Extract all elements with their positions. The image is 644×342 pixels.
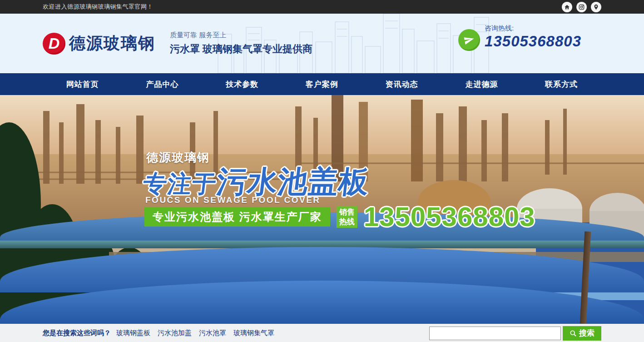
keyword-link-1[interactable]: 玻璃钢盖板 [116, 329, 150, 337]
sales-badge-line1: 销售 [339, 207, 355, 217]
location-icon[interactable] [591, 2, 601, 12]
hero-banner: 德源玻璃钢 专注于污水池盖板 FOUCS ON SEWAGE POOL COVE… [0, 95, 644, 324]
banner-tagline-row: 专业污水池盖板 污水罩生产厂家 销售 热线 13505368803 [144, 202, 535, 231]
topbar-social-icons [562, 2, 601, 12]
logo-text: 德源玻璃钢 [69, 32, 155, 55]
sales-badge-line2: 热线 [339, 217, 355, 226]
banner-headline-prefix: 专注于 [142, 171, 218, 197]
welcome-text: 欢迎进入德源玻璃钢玻璃钢集气罩官网！ [43, 3, 153, 11]
nav-item-news[interactable]: 资讯动态 [362, 73, 442, 95]
nav-item-about[interactable]: 走进德源 [442, 73, 522, 95]
hotline-number: 13505368803 [485, 33, 581, 50]
nav-item-cases[interactable]: 客户案例 [282, 73, 362, 95]
sales-hotline-badge: 销售 热线 [337, 206, 357, 228]
paper-plane-icon [458, 29, 480, 51]
nav-item-products[interactable]: 产品中心 [123, 73, 203, 95]
sales-hotline-number: 13505368803 [364, 203, 535, 231]
banner-tagline-button[interactable]: 专业污水池盖板 污水罩生产厂家 [144, 207, 330, 226]
logo-mark-icon: D [43, 33, 65, 55]
header-hotline: 咨询热线: 13505368803 [458, 25, 581, 51]
search-button[interactable]: 搜索 [563, 326, 601, 341]
hotline-label: 咨询热线: [485, 25, 581, 32]
hot-search-bar: 您是在搜索这些词吗？ 玻璃钢盖板 污水池加盖 污水池罩 玻璃钢集气罩 搜索 [0, 324, 644, 342]
site-header: D 德源玻璃钢 质量可靠 服务至上 污水罩 玻璃钢集气罩专业提供商 咨询热线: … [0, 14, 644, 73]
logo[interactable]: D 德源玻璃钢 [43, 32, 155, 55]
keyword-link-3[interactable]: 污水池罩 [199, 329, 226, 337]
nav-item-home[interactable]: 网站首页 [43, 73, 123, 95]
slogan-main: 污水罩 玻璃钢集气罩专业提供商 [170, 42, 312, 56]
search-prompt: 您是在搜索这些词吗？ [43, 329, 111, 337]
slogan-small: 质量可靠 服务至上 [170, 31, 312, 40]
keyword-link-4[interactable]: 玻璃钢集气罩 [233, 329, 274, 337]
keyword-link-2[interactable]: 污水池加盖 [158, 329, 192, 337]
hot-keywords: 玻璃钢盖板 污水池加盖 污水池罩 玻璃钢集气罩 [116, 329, 274, 337]
banner-headline-main: 污水池盖板 [215, 165, 372, 198]
nav-item-contact[interactable]: 联系方式 [521, 73, 601, 95]
magnifier-icon [570, 330, 577, 337]
home-icon[interactable] [562, 2, 572, 12]
nav-item-specs[interactable]: 技术参数 [202, 73, 282, 95]
search-button-label: 搜索 [579, 328, 594, 338]
search-input[interactable] [429, 327, 561, 340]
header-slogan: 质量可靠 服务至上 污水罩 玻璃钢集气罩专业提供商 [170, 31, 312, 56]
main-nav: 网站首页 产品中心 技术参数 客户案例 资讯动态 走进德源 联系方式 [0, 73, 644, 95]
topbar: 欢迎进入德源玻璃钢玻璃钢集气罩官网！ [0, 0, 644, 14]
instagram-icon[interactable] [576, 2, 587, 12]
search-group: 搜索 [429, 326, 601, 341]
